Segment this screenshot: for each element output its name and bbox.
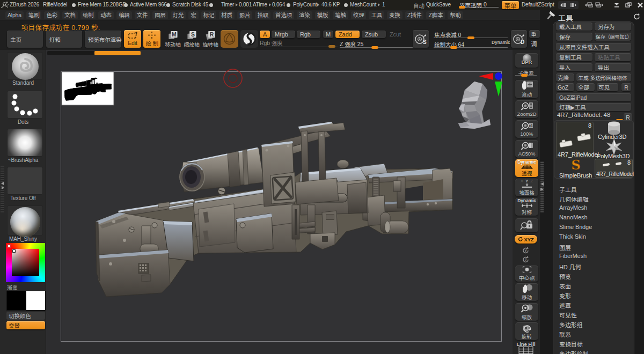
ui-opacity-handle[interactable] [459,6,465,9]
menu-macro[interactable]: 宏 [188,11,198,19]
tool-thumb-rifle2[interactable]: 8 4R7_RifleModel [595,159,633,178]
draw-size-slider[interactable] [434,47,508,48]
floor-button[interactable]: XYZ 地面格 [515,179,538,196]
menu-render[interactable]: 渲染 [297,11,312,19]
perspective-button[interactable]: Dynamic 透视 [515,159,538,177]
dynamic-mode-label[interactable]: Dynamic [492,40,510,45]
alternate-button[interactable]: 交替 [6,321,45,329]
current-brush-button[interactable] [221,30,238,48]
goz-visible-button[interactable]: 可见 [597,83,618,91]
restore-icon[interactable] [624,2,633,9]
menu-movie[interactable]: 影片 [237,11,253,19]
subpalette-arraymesh[interactable]: ArrayMesh [559,204,587,211]
save-button[interactable]: 保存 [556,33,592,41]
right-tray-toggle-icon[interactable] [568,1,579,9]
z-intensity-slider[interactable] [340,47,424,48]
subpalette-morphtarget[interactable]: 变换目标 [559,340,583,348]
tool-palette-icon[interactable] [545,11,555,21]
load-from-project-button[interactable]: 从项目文件载入工具 [556,43,631,51]
edit-button[interactable]: Edit [124,30,141,48]
menu-button[interactable]: 菜单 [502,1,519,9]
rotate-button[interactable]: 旋转 [515,322,538,340]
tool-thumb-polymesh[interactable]: PolyMesh3D [595,141,633,158]
zoom2d-button[interactable]: Zoom2D [515,100,538,118]
menu-transform[interactable]: 变换 [387,11,402,19]
current-brush-thumbnail[interactable] [7,52,43,80]
rotate-xyz-button[interactable]: XYZ [515,235,537,244]
main-color-swatch[interactable] [7,291,26,310]
current-material-button[interactable] [240,30,258,48]
z-intensity-handle[interactable] [371,46,378,49]
menu-zplugin[interactable]: Z插件 [405,11,424,19]
gizmo-move-button[interactable]: M 移动轴 [164,30,181,48]
preview-bool-render-button[interactable]: 预览布尔渲染 [85,31,121,48]
rotate-y-button[interactable]: Y [520,246,532,254]
focal-shift-handle[interactable] [467,36,474,39]
menu-color[interactable]: 色彩 [44,11,60,19]
make-polymesh-button[interactable]: 生成 多边形网格物体 [576,73,631,82]
subpalette-thickskin[interactable]: Thick Skin [559,233,586,240]
menu-zscript[interactable]: Z脚本 [426,11,445,19]
subpalette-visibility[interactable]: 可见性 [559,311,577,319]
move-button[interactable]: 移动 [515,283,538,301]
frame-button[interactable]: 中心点 [515,266,538,282]
quicksave-button[interactable]: QuickSave [426,2,451,8]
lightbox-tool-button[interactable]: 灯箱▶工具 [556,103,631,111]
copy-tool-button[interactable]: 复制工具 [556,53,592,61]
paste-tool-button[interactable]: 粘贴工具 [595,53,631,61]
dynamic-size-button[interactable]: D [511,30,527,48]
menu-draw[interactable]: 绘制 [80,11,96,19]
stroke-modifier-button[interactable]: S [413,30,429,48]
menu-light[interactable]: 灯光 [171,11,186,19]
actual-size-button[interactable]: x1 100% [515,120,538,138]
layout-cycle-buttons[interactable] [583,1,605,9]
lock-camera-button[interactable] [515,218,538,232]
clone-button[interactable]: 克隆 [556,73,574,82]
subpalette-masking[interactable]: 遮罩 [559,301,571,309]
scene-3d[interactable] [46,50,514,354]
axis-x-arrow[interactable] [479,73,493,80]
menu-file[interactable]: 文件 [135,11,150,19]
load-tool-button[interactable]: 载入工具 [556,23,592,31]
left-tray-toggle-icon[interactable] [558,1,568,9]
gizmo-scale-button[interactable]: S 缩放轴 [183,30,200,48]
color-picker-hue-cursor[interactable] [7,244,11,248]
gizmo-rotate-button[interactable]: R 旋转轴 [202,30,219,48]
color-picker-sv-square[interactable] [12,249,39,276]
subpalette-fibermesh[interactable]: FiberMesh [559,253,587,259]
tool-thumb-simplebrush[interactable]: S SimpleBrush [556,159,594,178]
subpalette-contact[interactable]: 联系 [559,330,571,338]
save-as-button[interactable]: 另存为 [595,23,631,31]
gradient-label[interactable]: 渐变 [7,283,45,291]
menu-stencil[interactable]: 模板 [315,11,331,19]
lightbox-button[interactable]: 灯箱 [46,31,82,48]
menu-material[interactable]: 材质 [219,11,235,19]
scroll-button[interactable]: 滚动 [515,80,538,98]
subpalette-polypaint[interactable]: 多边形绘制 [559,349,589,354]
bpr-button[interactable]: BPR [515,53,538,68]
spix-handle[interactable] [521,74,528,77]
rgb-button[interactable]: Rgb [297,31,320,38]
rgb-intensity-slider[interactable] [260,47,338,47]
axis-z-dot[interactable] [495,72,502,80]
palette-restore-icon[interactable] [633,13,641,20]
subpalette-deformation[interactable]: 变形 [559,291,571,300]
draw-size-handle[interactable] [450,46,457,49]
symmetry-button[interactable]: Dynamic 对称 [515,198,538,216]
close-icon[interactable] [636,2,644,9]
rotate-z-button[interactable]: Z [520,255,532,263]
mrgb-a-button[interactable]: A [260,31,270,38]
menu-edit[interactable]: 编辑 [116,11,132,19]
clipped-button-2[interactable]: 调 [529,39,540,47]
current-texture-thumbnail[interactable] [7,167,43,195]
tool-thumb-cylinder[interactable]: Cylinder3D [595,122,633,140]
auto-label[interactable]: 自动 [413,2,425,10]
current-stroke-thumbnail[interactable] [7,91,43,119]
subpalette-surface[interactable]: 表面 [559,282,571,290]
secondary-color-swatch[interactable] [26,291,45,310]
menu-stroke[interactable]: 笔触 [333,11,348,19]
m-button[interactable]: M [323,31,333,38]
draw-button[interactable]: 绘 制 [143,30,160,48]
menu-picker[interactable]: 拾取 [255,11,270,19]
goz-ipad-button[interactable]: GoZ至iPad [556,93,631,101]
